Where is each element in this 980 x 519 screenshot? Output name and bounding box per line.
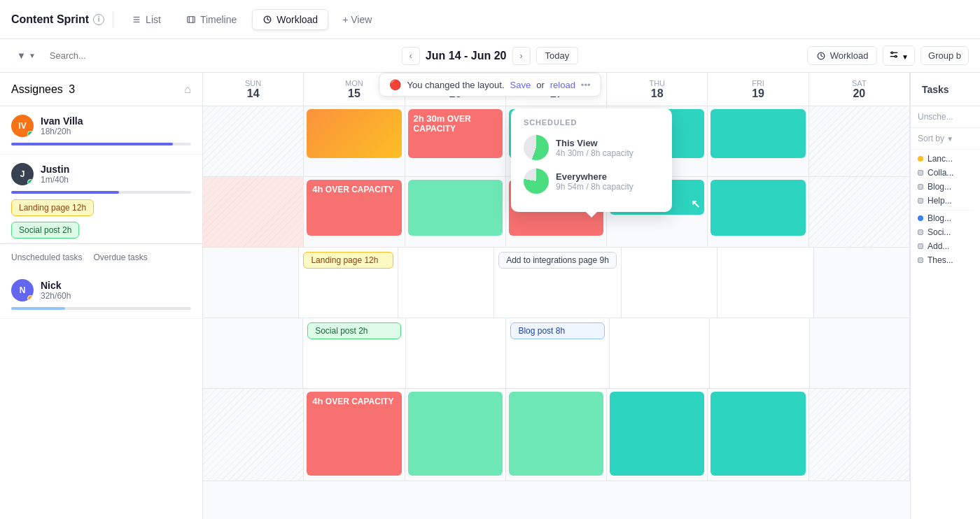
cell-label2-thu xyxy=(610,318,710,388)
workload-icon xyxy=(262,15,272,24)
task-dot-6 xyxy=(918,243,923,249)
reload-link[interactable]: reload xyxy=(550,80,575,90)
prev-date-button[interactable]: ‹ xyxy=(402,47,420,65)
task-item-5: Soci... xyxy=(918,227,973,237)
chevron-down-icon: ▼ xyxy=(902,53,909,61)
cell-label-sun xyxy=(203,248,299,318)
cell-label2-sat xyxy=(810,318,910,388)
popup-this-view: This View 4h 30m / 8h capacity xyxy=(524,135,659,160)
unscheduled-tasks-link[interactable]: Unscheduled tasks xyxy=(11,253,82,262)
add-view-label: + View xyxy=(342,14,372,25)
assignee-row-nick: N Nick 32h/60h xyxy=(0,271,202,319)
task-nick-tue[interactable] xyxy=(408,392,503,476)
info-icon[interactable]: i xyxy=(93,14,104,25)
filter-button[interactable]: ▼ ▼ xyxy=(11,48,41,64)
status-dot-ivan xyxy=(27,131,34,137)
cell-ivan-sun xyxy=(203,106,304,176)
cell-nick-sun xyxy=(203,389,304,481)
task-dot-4 xyxy=(918,215,923,221)
cell-justin-mon: 4h OVER CAPACITY xyxy=(304,177,405,247)
task-label-2: Blog... xyxy=(927,182,951,192)
task-label-6: Add... xyxy=(927,241,949,251)
cell-label-landing: Landing page 12h xyxy=(299,248,398,318)
task-chip-social[interactable]: Social post 2h xyxy=(11,222,79,239)
cell-ivan-mon xyxy=(304,106,405,176)
task-nick-thu[interactable] xyxy=(610,392,704,476)
calendar-row-justin-labels2: Social post 2h Blog post 8h xyxy=(203,318,910,389)
task-chip-landing[interactable]: Landing page 12h xyxy=(11,199,94,216)
chip-social[interactable]: Social post 2h xyxy=(307,322,401,339)
assignee-name-justin: Justin xyxy=(41,164,69,175)
filter-icon: ▼ xyxy=(17,50,26,61)
progress-bg-nick xyxy=(11,307,191,310)
day-header-sun: SUN 14 xyxy=(203,73,304,106)
task-nick-wed[interactable] xyxy=(509,392,603,476)
task-ivan-tue[interactable]: 2h 30m OVER CAPACITY xyxy=(408,109,503,158)
svg-point-11 xyxy=(895,55,897,57)
avatar-justin: J xyxy=(11,163,34,185)
toolbar: ▼ ▼ ‹ Jun 14 - Jun 20 › Today Workload ▼… xyxy=(0,39,980,73)
search-input[interactable] xyxy=(50,50,134,61)
avatar-nick: N xyxy=(11,279,34,301)
chip-blog[interactable]: Blog post 8h xyxy=(510,322,604,339)
assignee-name-ivan: Ivan Villa xyxy=(41,115,83,127)
cell-label-sat xyxy=(814,248,910,318)
cell-nick-sat xyxy=(809,389,910,481)
scheduled-popup: SCHEDULED This View 4h 30m / 8h capacity… xyxy=(511,108,672,212)
task-item-0: Lanc... xyxy=(918,154,973,164)
home-icon[interactable]: ⌂ xyxy=(184,83,191,96)
save-link[interactable]: Save xyxy=(510,80,531,90)
cell-ivan-tue: 2h 30m OVER CAPACITY xyxy=(405,106,506,176)
task-item-4: Blog... xyxy=(918,213,973,223)
unscheduled-label: Unsche... xyxy=(911,106,980,128)
task-dot-7 xyxy=(918,257,923,263)
task-nick-fri[interactable] xyxy=(710,392,805,476)
sort-by-label: Sort by ▼ xyxy=(911,128,980,150)
date-navigation: ‹ Jun 14 - Jun 20 › Today xyxy=(402,47,578,65)
cell-label-integrations: Add to integrations page 9h xyxy=(494,248,622,318)
assignee-row-ivan: IV Ivan Villa 18h/20h xyxy=(0,106,202,155)
workload-view-button[interactable]: Workload xyxy=(807,46,878,65)
task-dot-5 xyxy=(918,229,923,235)
add-view-button[interactable]: + View xyxy=(334,10,380,29)
right-panel: Tasks Unsche... Sort by ▼ Lanc... Colla.… xyxy=(910,73,980,519)
cell-label-tue xyxy=(398,248,494,318)
avatar-ivan: IV xyxy=(11,115,34,137)
assignee-name-nick: Nick xyxy=(41,280,71,291)
everywhere-label: Everywhere xyxy=(556,171,634,182)
task-ivan-fri[interactable] xyxy=(710,109,805,158)
calendar-row-nick: 4h OVER CAPACITY xyxy=(203,389,910,481)
task-item-3: Help... xyxy=(918,196,973,206)
next-date-button[interactable]: › xyxy=(512,47,530,65)
layout-changed-banner: 🔴 You changed the layout. Save or reload… xyxy=(379,73,601,97)
assignee-hours-justin: 1m/40h xyxy=(41,175,69,185)
task-label-4: Blog... xyxy=(927,213,951,223)
task-item-2: Blog... xyxy=(918,182,973,192)
more-dots[interactable]: ••• xyxy=(581,80,591,90)
today-button[interactable]: Today xyxy=(536,47,578,64)
task-ivan-mon[interactable] xyxy=(307,109,401,158)
cell-label2-tue xyxy=(406,318,506,388)
task-justin-mon[interactable]: 4h OVER CAPACITY xyxy=(307,180,401,236)
task-justin-tue[interactable] xyxy=(408,180,503,236)
task-nick-mon[interactable]: 4h OVER CAPACITY xyxy=(307,392,401,476)
justin-task-chips: Landing page 12h Social post 2h xyxy=(11,199,191,243)
cell-label2-social: Social post 2h xyxy=(303,318,406,388)
cell-nick-thu xyxy=(607,389,708,481)
chip-integrations[interactable]: Add to integrations page 9h xyxy=(498,252,617,269)
left-panel: Assignees 3 ⌂ IV Ivan Villa 18h/20h xyxy=(0,73,203,519)
tab-timeline[interactable]: Timeline xyxy=(176,10,246,29)
overdue-tasks-link[interactable]: Overdue tasks xyxy=(93,253,147,262)
day-header-sat: SAT 20 xyxy=(809,73,910,106)
bottom-links-section: Unscheduled tasks Overdue tasks xyxy=(0,243,202,271)
cell-nick-fri xyxy=(708,389,808,481)
chip-landing[interactable]: Landing page 12h xyxy=(303,252,393,269)
group-by-button[interactable]: Group b xyxy=(920,46,969,65)
tab-workload[interactable]: Workload xyxy=(252,9,328,30)
task-justin-fri[interactable] xyxy=(710,180,805,236)
tab-list[interactable]: List xyxy=(122,10,171,29)
right-task-list: Lanc... Colla... Blog... Help... Bl xyxy=(911,150,980,273)
popup-title: SCHEDULED xyxy=(524,118,659,127)
view-options-button[interactable]: ▼ xyxy=(883,45,915,66)
cursor-icon: ↖ xyxy=(691,197,700,211)
